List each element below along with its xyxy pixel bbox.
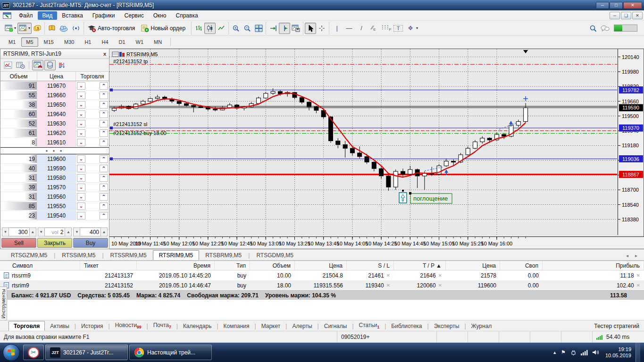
menu-item-файл[interactable]: Файл: [14, 11, 38, 20]
dom-column-price[interactable]: Цена: [37, 72, 76, 81]
line-chart-mode-button[interactable]: [216, 23, 227, 34]
trendline-tool[interactable]: /: [355, 23, 368, 34]
buy-at-price-button[interactable]: ⌃: [100, 129, 108, 137]
auto-scroll-icon[interactable]: [279, 23, 290, 34]
close-position-button[interactable]: Закрыть: [37, 238, 72, 248]
new-chart-button[interactable]: ▾: [3, 23, 17, 34]
dom-column-trade[interactable]: Торговля: [76, 72, 109, 81]
toolbox-tab-3[interactable]: Новости99: [110, 320, 147, 331]
buy-at-price-button[interactable]: ⌃: [100, 92, 108, 99]
tile-windows-icon[interactable]: [253, 23, 264, 34]
toolbox-tab-6[interactable]: Компания: [218, 321, 255, 331]
buy-at-price-button[interactable]: ⌃: [100, 184, 108, 191]
buy-at-price-button[interactable]: ⌃: [100, 165, 108, 172]
sell-at-price-button[interactable]: ⌄: [77, 202, 85, 210]
orders-history-icon[interactable]: [15, 60, 26, 70]
dom-price-cell[interactable]: 119550: [37, 202, 76, 210]
column-header-2[interactable]: Время: [137, 261, 215, 270]
sell-at-price-button[interactable]: ⌄: [77, 174, 85, 182]
menu-item-сервис[interactable]: Сервис: [120, 11, 149, 20]
spin-down-icon[interactable]: ▼: [73, 227, 80, 236]
candlestick-mode-button[interactable]: [204, 23, 216, 34]
crosshair-tool-button[interactable]: [316, 23, 327, 34]
snipping-tool-task-button[interactable]: ✂: [23, 345, 44, 360]
buy-at-price-button[interactable]: ⌃: [100, 101, 108, 109]
menu-item-окно[interactable]: Окно: [149, 11, 171, 20]
timeframe-w1[interactable]: W1: [131, 37, 149, 47]
minimize-button[interactable]: ─: [596, 2, 609, 9]
menu-item-вставка[interactable]: Вставка: [57, 11, 88, 20]
trade-row[interactable]: rtsrim92124131522019.05.10 14:46:47buy18…: [0, 280, 644, 290]
chart-tab-rtsgzm9-m5[interactable]: RTSGZM9,M5: [5, 250, 53, 260]
one-click-trading-icon[interactable]: [32, 60, 43, 70]
buy-at-price-button[interactable]: ⌃: [100, 193, 108, 201]
tabs-scroll-left-icon[interactable]: ◂: [626, 253, 628, 258]
chart-tab-rtsgdm9-m5[interactable]: RTSGDM9,M5: [250, 250, 299, 260]
clear-value-icon[interactable]: ✕: [438, 283, 442, 288]
timeframe-d1[interactable]: D1: [114, 37, 130, 47]
text-tool[interactable]: T: [392, 23, 404, 34]
fibonacci-tool[interactable]: ᎒᎒᎒F: [380, 23, 392, 34]
equidistant-channel-tool[interactable]: ∕∕E: [368, 23, 380, 34]
toolbox-tab-13[interactable]: Журнал: [466, 321, 497, 331]
column-header-7[interactable]: T / P ▲: [394, 261, 446, 270]
buy-at-price-button[interactable]: ⌃: [100, 174, 108, 182]
language-flag-icon[interactable]: ⚑: [561, 349, 566, 355]
dom-price-cell[interactable]: 119630: [37, 119, 76, 128]
column-header-5[interactable]: Цена: [295, 261, 347, 270]
buy-at-price-button[interactable]: ⌃: [100, 139, 108, 146]
timeframe-m30[interactable]: M30: [59, 37, 79, 47]
spin-down-icon[interactable]: ▼: [2, 227, 9, 236]
chart-tab-rtssrm9-m5[interactable]: RTSSRM9,M5: [104, 250, 153, 260]
timeframe-m15[interactable]: M15: [39, 37, 59, 47]
dom-price-cell[interactable]: 119600: [37, 154, 76, 163]
cursor-tool-button[interactable]: [305, 23, 316, 34]
clear-value-icon[interactable]: ✕: [438, 273, 442, 278]
toolbox-tab-8[interactable]: Алерты: [287, 321, 317, 331]
menu-item-вид[interactable]: Вид: [38, 11, 58, 20]
timeframe-mn[interactable]: MN: [149, 37, 167, 47]
dom-price-cell[interactable]: 119570: [37, 183, 76, 192]
buy-at-price-button[interactable]: ⌃: [100, 202, 108, 210]
buy-at-price-button[interactable]: ⌃: [100, 120, 108, 127]
auto-trading-button[interactable]: Авто-торговля: [85, 23, 139, 34]
network-signal-icon[interactable]: [581, 350, 588, 355]
arrows-tool[interactable]: ❖▾: [404, 23, 419, 34]
start-button[interactable]: [3, 344, 20, 361]
spin-up-icon[interactable]: ▲: [65, 227, 72, 236]
new-order-button[interactable]: Новый ордер: [139, 23, 190, 34]
show-desktop-button[interactable]: [636, 343, 640, 362]
toolbox-tab-1[interactable]: Активы: [45, 321, 75, 331]
dom-price-cell[interactable]: 119620: [37, 128, 76, 137]
vertical-line-tool[interactable]: |: [331, 23, 343, 34]
clear-value-icon[interactable]: ✕: [386, 283, 390, 288]
sell-at-price-button[interactable]: ⌄: [77, 165, 85, 172]
buy-at-price-button[interactable]: ⌃: [100, 110, 108, 118]
buy-button[interactable]: Buy: [73, 238, 108, 248]
sell-button[interactable]: Sell: [1, 238, 36, 248]
spin-up-icon[interactable]: ▲: [100, 227, 108, 236]
zoom-in-icon[interactable]: [230, 23, 242, 34]
time-and-sales-icon[interactable]: [57, 60, 68, 70]
sell-at-price-button[interactable]: ⌄: [77, 101, 85, 109]
clear-value-icon[interactable]: ✕: [386, 273, 390, 278]
chart-templates-icon[interactable]: [290, 23, 301, 34]
dom-price-cell[interactable]: 119560: [37, 192, 76, 201]
timeframe-h1[interactable]: H1: [80, 37, 96, 47]
tray-expand-icon[interactable]: ▲: [552, 350, 557, 355]
maximize-button[interactable]: □: [610, 2, 623, 9]
clear-value-icon[interactable]: ✕: [636, 283, 640, 288]
column-header-8[interactable]: Цена: [446, 261, 500, 270]
dom-price-cell[interactable]: 119590: [37, 164, 76, 173]
chart-window-icon[interactable]: [3, 12, 11, 19]
chrome-task-button[interactable]: Настоящий трей...: [129, 345, 212, 360]
close-button[interactable]: ✕: [623, 2, 642, 9]
price-axis[interactable]: 1201401199801198201196601195001193401191…: [618, 49, 644, 235]
timeframe-h4[interactable]: H4: [97, 37, 113, 47]
speaker-icon[interactable]: [592, 349, 599, 355]
column-header-1[interactable]: Тикет: [80, 261, 137, 270]
toolbox-tab-9[interactable]: Сигналы: [319, 321, 352, 331]
zoom-out-icon[interactable]: [242, 23, 253, 34]
column-header-9[interactable]: Своп: [500, 261, 543, 270]
chart-tab-rtssim9-m5[interactable]: RTSSiM9,M5: [56, 250, 101, 260]
